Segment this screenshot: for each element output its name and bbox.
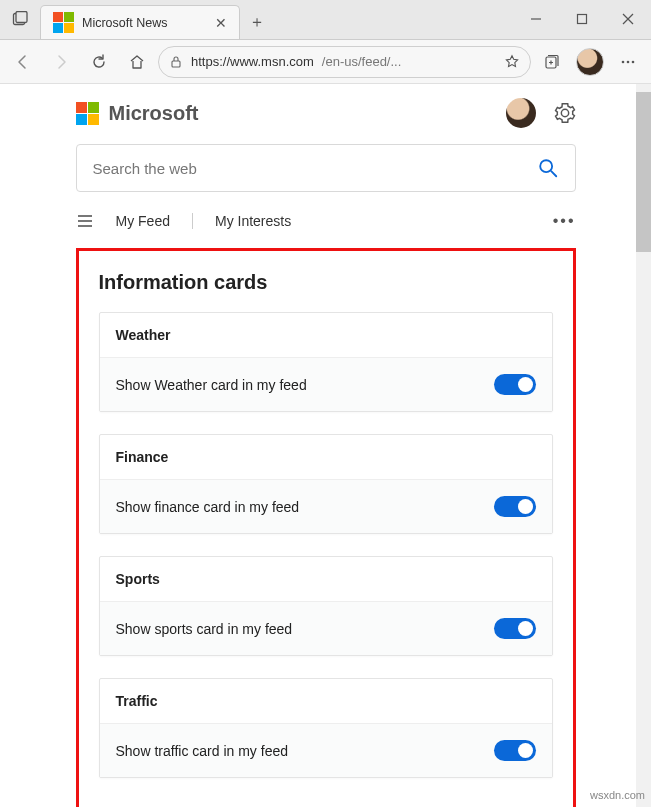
site-header: Microsoft [76,98,576,128]
svg-line-12 [551,171,556,176]
search-icon [537,157,559,179]
window-titlebar: Microsoft News ✕ ＋ [0,0,651,40]
toggle-weather[interactable] [494,374,536,395]
settings-button[interactable] [554,102,576,124]
minimize-icon [530,13,542,25]
svg-rect-3 [578,15,587,24]
favicon-microsoft-icon [53,12,74,33]
nav-menu-button[interactable] [76,212,94,230]
tab-close-button[interactable]: ✕ [215,15,227,31]
search-input[interactable] [93,160,537,177]
toggle-traffic[interactable] [494,740,536,761]
search-button[interactable] [537,157,559,179]
window-minimize-button[interactable] [513,0,559,39]
new-tab-button[interactable]: ＋ [240,5,274,39]
svg-rect-1 [16,12,27,23]
svg-point-9 [627,60,630,63]
card-traffic-label: Show traffic card in my feed [116,743,288,759]
search-box[interactable] [76,144,576,192]
page-content: Microsoft My Feed My Interests ••• Infor… [76,98,576,807]
refresh-button[interactable] [82,45,116,79]
card-sports-label: Show sports card in my feed [116,621,293,637]
card-weather: Weather Show Weather card in my feed [99,312,553,412]
close-icon [622,13,634,25]
arrow-left-icon [14,53,32,71]
microsoft-logo-icon [76,102,99,125]
card-traffic: Traffic Show traffic card in my feed [99,678,553,778]
browser-toolbar: https://www.msn.com/en-us/feed/... [0,40,651,84]
collections-icon [543,53,561,71]
tab-title: Microsoft News [82,16,167,30]
brand-title: Microsoft [109,102,199,125]
watermark: wsxdn.com [590,789,645,801]
card-sports: Sports Show sports card in my feed [99,556,553,656]
favorites-button[interactable] [504,54,520,70]
card-finance-label: Show finance card in my feed [116,499,300,515]
toggle-sports[interactable] [494,618,536,639]
arrow-right-icon [52,53,70,71]
home-button[interactable] [120,45,154,79]
page-viewport: Microsoft My Feed My Interests ••• Infor… [0,84,651,807]
refresh-icon [90,53,108,71]
window-maximize-button[interactable] [559,0,605,39]
tab-actions-button[interactable] [0,0,40,39]
section-title: Information cards [99,271,553,294]
window-close-button[interactable] [605,0,651,39]
svg-point-8 [622,60,625,63]
toggle-finance[interactable] [494,496,536,517]
profile-button[interactable] [573,45,607,79]
address-bar[interactable]: https://www.msn.com/en-us/feed/... [158,46,531,78]
profile-avatar-icon [576,48,604,76]
card-traffic-title: Traffic [100,679,552,724]
back-button[interactable] [6,45,40,79]
maximize-icon [576,13,588,25]
svg-rect-6 [172,61,180,67]
card-weather-label: Show Weather card in my feed [116,377,307,393]
star-add-icon [504,54,520,70]
card-weather-title: Weather [100,313,552,358]
url-path: /en-us/feed/... [322,54,402,69]
nav-more-button[interactable]: ••• [553,212,576,230]
user-avatar[interactable] [506,98,536,128]
card-finance-title: Finance [100,435,552,480]
nav-my-interests[interactable]: My Interests [215,213,291,229]
scrollbar-thumb[interactable] [636,92,651,252]
svg-point-10 [632,60,635,63]
card-sports-title: Sports [100,557,552,602]
feed-nav: My Feed My Interests ••• [76,208,576,234]
browser-tab[interactable]: Microsoft News ✕ [40,5,240,39]
ellipsis-icon [619,53,637,71]
highlight-box: Information cards Weather Show Weather c… [76,248,576,807]
url-host: https://www.msn.com [191,54,314,69]
window-controls [513,0,651,39]
home-icon [128,53,146,71]
tabview-icon [12,11,28,27]
nav-my-feed[interactable]: My Feed [116,213,170,229]
scrollbar-track[interactable] [636,84,651,807]
gear-icon [554,102,576,124]
nav-divider [192,213,193,229]
card-finance: Finance Show finance card in my feed [99,434,553,534]
menu-button[interactable] [611,45,645,79]
collections-button[interactable] [535,45,569,79]
forward-button[interactable] [44,45,78,79]
lock-icon [169,55,183,69]
svg-point-11 [540,160,552,172]
hamburger-icon [76,212,94,230]
